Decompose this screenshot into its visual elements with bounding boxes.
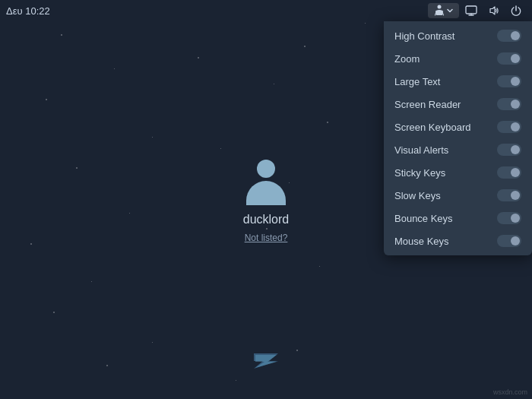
power-button[interactable] bbox=[506, 4, 526, 17]
dropdown-item-screen-keyboard[interactable]: Screen Keyboard✕ bbox=[384, 116, 532, 138]
dropdown-item-screen-reader[interactable]: Screen Reader✕ bbox=[384, 93, 532, 116]
dropdown-item-label-large-text: Large Text bbox=[394, 76, 440, 87]
dropdown-item-label-sticky-keys: Sticky Keys bbox=[394, 167, 445, 179]
topbar-right bbox=[428, 3, 526, 18]
toggle-bounce-keys[interactable]: ✕ bbox=[497, 212, 521, 224]
volume-button[interactable] bbox=[483, 4, 505, 17]
toggle-x-screen-reader: ✕ bbox=[513, 101, 519, 108]
toggle-x-slow-keys: ✕ bbox=[513, 192, 519, 199]
dropdown-item-label-mouse-keys: Mouse Keys bbox=[394, 236, 449, 247]
toggle-x-zoom: ✕ bbox=[513, 55, 519, 62]
topbar-left: Δευ 10:22 bbox=[6, 5, 50, 17]
dropdown-item-label-bounce-keys: Bounce Keys bbox=[394, 213, 453, 224]
watermark: wsxdn.com bbox=[493, 388, 527, 396]
toggle-x-high-contrast: ✕ bbox=[513, 33, 519, 40]
power-icon bbox=[511, 5, 521, 16]
avatar-body bbox=[246, 181, 286, 205]
accessibility-icon bbox=[434, 5, 445, 17]
toggle-x-large-text: ✕ bbox=[513, 78, 519, 85]
dropdown-item-visual-alerts[interactable]: Visual Alerts✕ bbox=[384, 138, 532, 161]
dropdown-item-bounce-keys[interactable]: Bounce Keys✕ bbox=[384, 207, 532, 230]
dropdown-item-slow-keys[interactable]: Slow Keys✕ bbox=[384, 184, 532, 207]
svg-rect-3 bbox=[466, 6, 477, 14]
accessibility-button[interactable] bbox=[428, 3, 459, 18]
toggle-visual-alerts[interactable]: ✕ bbox=[497, 144, 521, 156]
accessibility-dropdown: High Contrast✕Zoom✕Large Text✕Screen Rea… bbox=[384, 21, 532, 255]
dropdown-item-label-zoom: Zoom bbox=[394, 53, 420, 65]
dropdown-item-label-screen-reader: Screen Reader bbox=[394, 99, 461, 110]
toggle-large-text[interactable]: ✕ bbox=[497, 75, 521, 87]
svg-marker-6 bbox=[490, 7, 495, 14]
avatar bbox=[242, 157, 290, 205]
toggle-high-contrast[interactable]: ✕ bbox=[497, 30, 521, 42]
avatar-head bbox=[257, 160, 275, 178]
chevron-down-icon bbox=[447, 8, 453, 14]
toggle-screen-keyboard[interactable]: ✕ bbox=[497, 121, 521, 133]
toggle-sticky-keys[interactable]: ✕ bbox=[497, 166, 521, 179]
dropdown-item-label-screen-keyboard: Screen Keyboard bbox=[394, 122, 470, 133]
dropdown-item-label-high-contrast: High Contrast bbox=[394, 30, 454, 42]
topbar: Δευ 10:22 bbox=[0, 0, 532, 21]
dropdown-item-sticky-keys[interactable]: Sticky Keys✕ bbox=[384, 161, 532, 184]
monitor-icon bbox=[465, 5, 477, 16]
volume-icon bbox=[488, 5, 500, 16]
datetime-label: Δευ 10:22 bbox=[6, 5, 50, 17]
svg-point-0 bbox=[438, 5, 442, 9]
toggle-screen-reader[interactable]: ✕ bbox=[497, 98, 521, 110]
toggle-mouse-keys[interactable]: ✕ bbox=[497, 235, 521, 247]
toggle-x-mouse-keys: ✕ bbox=[513, 238, 519, 245]
monitor-button[interactable] bbox=[461, 4, 482, 17]
dropdown-item-large-text[interactable]: Large Text✕ bbox=[384, 70, 532, 93]
dropdown-item-mouse-keys[interactable]: Mouse Keys✕ bbox=[384, 230, 532, 252]
not-listed-link[interactable]: Not listed? bbox=[245, 233, 288, 243]
dropdown-item-high-contrast[interactable]: High Contrast✕ bbox=[384, 24, 532, 47]
toggle-slow-keys[interactable]: ✕ bbox=[497, 189, 521, 201]
user-area: ducklord Not listed? bbox=[242, 157, 290, 243]
zorin-logo bbox=[249, 347, 283, 375]
toggle-x-bounce-keys: ✕ bbox=[513, 215, 519, 222]
dropdown-item-label-slow-keys: Slow Keys bbox=[394, 190, 441, 201]
svg-line-2 bbox=[442, 12, 444, 15]
toggle-x-visual-alerts: ✕ bbox=[513, 147, 519, 154]
toggle-zoom[interactable]: ✕ bbox=[497, 52, 521, 65]
logo-area bbox=[249, 347, 283, 375]
dropdown-item-zoom[interactable]: Zoom✕ bbox=[384, 47, 532, 70]
dropdown-item-label-visual-alerts: Visual Alerts bbox=[394, 144, 448, 156]
username-label: ducklord bbox=[243, 213, 289, 226]
svg-line-1 bbox=[435, 12, 437, 15]
toggle-x-screen-keyboard: ✕ bbox=[513, 124, 519, 131]
toggle-x-sticky-keys: ✕ bbox=[513, 169, 519, 176]
